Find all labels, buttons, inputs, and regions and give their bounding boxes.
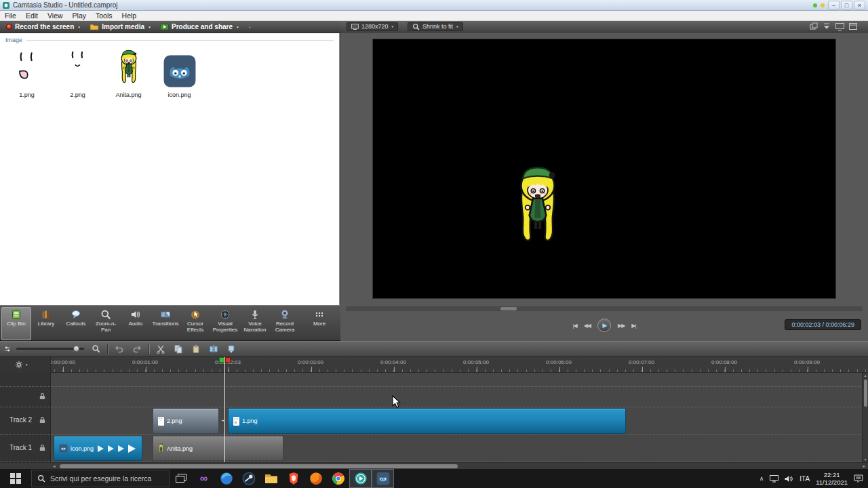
tab-cursor-effects[interactable]: Cursor Effects — [180, 307, 210, 340]
copy-button[interactable] — [172, 343, 184, 355]
network-icon[interactable] — [770, 475, 778, 483]
scroll-right-arrow[interactable]: ▸ — [863, 463, 865, 469]
preview-scrollbar-thumb[interactable] — [500, 307, 517, 310]
produce-share-button[interactable]: Produce and share ▼ — [157, 22, 243, 33]
tray-status-green-icon — [813, 3, 817, 7]
timeline-zoom-slider[interactable] — [16, 348, 84, 350]
fade-handle[interactable]: - — [222, 416, 224, 424]
playhead-out-handle[interactable] — [225, 357, 231, 363]
timeline-options-button[interactable]: ▾ — [0, 357, 51, 373]
tab-clip-bin[interactable]: Clip Bin — [1, 307, 31, 340]
volume-icon[interactable] — [785, 475, 793, 483]
task-view-button[interactable] — [170, 469, 193, 488]
close-button[interactable]: × — [854, 1, 865, 9]
tab-callouts[interactable]: Callouts — [61, 307, 91, 340]
media-item-1png[interactable]: 1.png — [1, 47, 52, 98]
preview-scrollbar[interactable] — [346, 306, 863, 311]
import-media-button[interactable]: Import media ▼ — [86, 22, 155, 33]
track1-lock-button[interactable] — [39, 444, 46, 451]
zoom-fit-button[interactable]: Shrink to fit ▾ — [408, 22, 463, 31]
record-screen-button[interactable]: Record the screen ▼ — [3, 22, 84, 33]
media-item-anitapng[interactable]: Anita.png — [103, 47, 154, 98]
split-button[interactable] — [208, 343, 220, 355]
toolbar-overflow-button[interactable]: ▾ — [249, 25, 251, 29]
tab-record-camera[interactable]: Record Camera — [270, 307, 300, 340]
play-button[interactable]: ▶ — [597, 319, 611, 332]
step-back-button[interactable]: ◀◀ — [584, 323, 591, 329]
taskbar-clock[interactable]: 22:21 11/12/2021 — [816, 471, 848, 486]
action-center-button[interactable] — [854, 474, 863, 483]
add-marker-button[interactable] — [225, 343, 237, 355]
canvas-character[interactable] — [511, 164, 565, 253]
scrollbar-thumb[interactable] — [864, 380, 867, 407]
shrink-preview-button[interactable] — [823, 22, 831, 30]
app-chrome[interactable] — [327, 469, 349, 488]
tab-more[interactable]: More — [305, 307, 334, 340]
app-brave[interactable] — [282, 469, 304, 488]
folder-icon — [90, 23, 99, 30]
scroll-left-arrow[interactable]: ◂ — [53, 463, 56, 469]
playhead-in-handle[interactable] — [219, 357, 224, 363]
app-camtasia[interactable] — [349, 469, 372, 488]
track3-lock-button[interactable] — [39, 392, 46, 400]
scroll-down-arrow[interactable]: ▾ — [863, 457, 868, 462]
ruler-label: 0:00:06:00 — [546, 359, 572, 365]
scrollbar-thumb[interactable] — [60, 464, 458, 468]
tab-visual-properties[interactable]: Visual Properties — [210, 307, 240, 340]
timeline-horizontal-scrollbar[interactable]: ◂ ▸ — [0, 462, 868, 469]
timeline-ruler[interactable]: 0:00:00:00 0:00:01:00 0:00:02:03 0:00:03… — [0, 357, 868, 373]
clip-thumbnail — [158, 443, 164, 453]
menu-tools[interactable]: Tools — [91, 11, 117, 20]
language-indicator[interactable]: ITA — [800, 475, 810, 483]
start-button[interactable] — [0, 469, 31, 488]
menu-edit[interactable]: Edit — [21, 11, 43, 20]
canvas-dimensions-button[interactable]: 868x488 ▾ — [347, 22, 398, 31]
track2-lock-button[interactable] — [39, 416, 46, 424]
media-item-iconpng[interactable]: icon.png — [154, 47, 205, 98]
app-firefox[interactable] — [304, 469, 327, 488]
undo-button[interactable] — [113, 343, 125, 355]
maximize-button[interactable]: □ — [841, 1, 852, 9]
minimize-button[interactable]: – — [828, 1, 840, 9]
fullscreen-button[interactable] — [835, 23, 844, 30]
menu-play[interactable]: Play — [68, 11, 91, 20]
app-edge[interactable] — [215, 469, 237, 488]
detach-preview-button[interactable] — [810, 22, 818, 30]
clip-thumbnail — [158, 417, 164, 426]
go-to-start-button[interactable]: |◀ — [572, 323, 576, 329]
menu-file[interactable]: File — [0, 11, 21, 20]
clip-1png[interactable]: 1.png — [228, 408, 626, 434]
clip-2png[interactable]: 2.png — [153, 408, 219, 434]
tab-library[interactable]: Library — [31, 307, 61, 340]
tab-audio[interactable]: Audio — [121, 307, 151, 340]
preview-options-button[interactable] — [849, 23, 857, 30]
tab-voice-narration[interactable]: Voice Narration — [240, 307, 270, 340]
camtasia-icon — [354, 472, 368, 485]
playhead[interactable] — [224, 357, 225, 462]
clip-iconpng[interactable]: icon.png — [54, 436, 142, 461]
paste-button[interactable] — [190, 343, 202, 355]
taskbar-search-input[interactable]: Scrivi qui per eseguire la ricerca — [31, 470, 170, 487]
go-to-end-button[interactable]: ▶| — [631, 323, 635, 329]
app-file-explorer[interactable] — [260, 469, 282, 488]
app-steam[interactable] — [237, 469, 260, 488]
clip-anitapng[interactable]: Anita.png — [153, 436, 283, 461]
chrome-icon — [332, 472, 345, 485]
app-godot[interactable] — [372, 469, 394, 488]
tray-expand-button[interactable]: ∧ — [760, 475, 764, 482]
timeline-vertical-scrollbar[interactable]: ▴ ▾ — [862, 373, 868, 462]
tab-transitions[interactable]: Transitions — [151, 307, 180, 340]
zoom-slider-handle[interactable] — [73, 346, 79, 352]
redo-button[interactable] — [131, 343, 143, 355]
menu-help[interactable]: Help — [117, 11, 142, 20]
media-item-2png[interactable]: 2.png — [52, 47, 103, 98]
group-divider — [26, 40, 334, 41]
app-visual-studio[interactable]: ∞ — [193, 469, 215, 488]
scroll-up-arrow[interactable]: ▴ — [863, 373, 868, 378]
tab-zoom-n-pan[interactable]: Zoom-n-Pan — [91, 307, 121, 340]
zoom-select-button[interactable] — [90, 343, 102, 355]
menu-view[interactable]: View — [43, 11, 68, 20]
cut-button[interactable] — [155, 343, 167, 355]
preview-canvas[interactable] — [372, 39, 836, 299]
step-forward-button[interactable]: ▶▶ — [618, 323, 625, 329]
